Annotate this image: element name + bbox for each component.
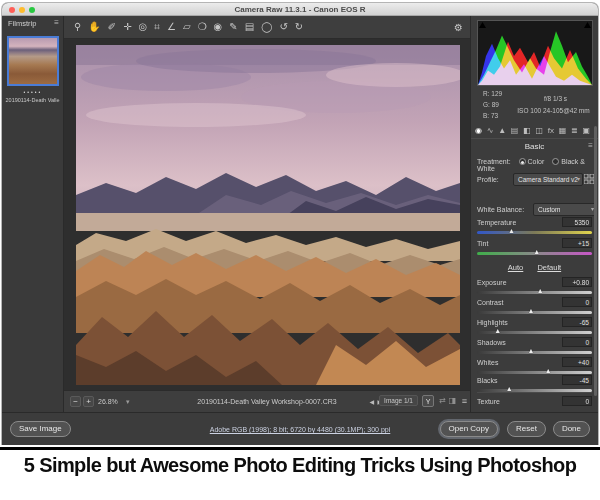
tab-lens-corrections-icon[interactable]: ◫: [535, 127, 543, 135]
rgb-red-value: R: 129: [483, 90, 502, 97]
color-radio-label[interactable]: Color: [528, 158, 545, 165]
transform-tool-icon[interactable]: ▱: [183, 22, 191, 32]
open-copy-button[interactable]: Open Copy: [440, 421, 498, 437]
filmstrip-thumbnail[interactable]: [7, 36, 59, 86]
slider-label: Shadows: [477, 339, 506, 346]
exposure-value-field[interactable]: +0.80: [562, 277, 592, 287]
thumbnail-rating[interactable]: •••••: [2, 89, 64, 95]
profile-select[interactable]: Camera Standard v2 ▾: [513, 173, 583, 186]
panel-scrollbar[interactable]: [594, 126, 597, 396]
slider-label: Blacks: [477, 377, 498, 384]
highlights-thumb[interactable]: ▲: [494, 327, 501, 334]
tab-calibration-icon[interactable]: ▦: [559, 127, 567, 135]
caption-area: 5 Simple but Awesome Photo Editing Trick…: [0, 445, 600, 500]
tab-snapshots-icon[interactable]: ▣: [582, 127, 590, 135]
tab-hsl-icon[interactable]: ▤: [511, 127, 519, 135]
rgb-green-value: G: 89: [483, 101, 499, 108]
rotate-left-tool-icon[interactable]: ↺: [279, 22, 287, 32]
caption-divider: [0, 447, 600, 450]
filmstrip-panel: Filmstrip ≡ ••••• 20190114-Death Valle: [2, 16, 64, 412]
tint-track[interactable]: ▲: [477, 252, 592, 255]
view-menu-icon[interactable]: ≡: [462, 396, 467, 406]
hand-tool-icon[interactable]: ✋: [88, 22, 100, 32]
shadows-value-field[interactable]: 0: [562, 337, 592, 347]
reset-button[interactable]: Reset: [507, 421, 546, 437]
tab-basic-icon[interactable]: ◉: [475, 127, 482, 135]
white-balance-select[interactable]: Custom ▾: [533, 203, 597, 216]
highlights-value-field[interactable]: -65: [562, 317, 592, 327]
contrast-thumb[interactable]: ▲: [528, 307, 535, 314]
whites-value-field[interactable]: +40: [562, 357, 592, 367]
camera-lens-info: ISO 100 24-105@42 mm: [511, 107, 596, 114]
zoom-tool-icon[interactable]: ⚲: [74, 22, 81, 32]
tint-value-field[interactable]: +15: [562, 238, 592, 248]
color-radio[interactable]: [519, 158, 526, 165]
filmstrip-menu-icon[interactable]: ≡: [54, 18, 59, 27]
thumbnail-filename: 20190114-Death Valle: [4, 97, 61, 103]
contrast-value-field[interactable]: 0: [562, 297, 592, 307]
contrast-track[interactable]: ▲: [477, 311, 592, 314]
exposure-thumb[interactable]: ▲: [537, 287, 544, 294]
color-sampler-tool-icon[interactable]: ✛: [123, 22, 131, 32]
filmstrip-title: Filmstrip: [8, 19, 36, 28]
tab-detail-icon[interactable]: ▲: [498, 127, 506, 135]
spot-removal-tool-icon[interactable]: ❍: [198, 22, 207, 32]
red-eye-tool-icon[interactable]: ◉: [214, 22, 223, 32]
black-white-radio[interactable]: [552, 158, 559, 165]
panel-divider: [471, 138, 598, 139]
radial-filter-tool-icon[interactable]: ◯: [261, 22, 272, 32]
slider-label: Tint: [477, 240, 488, 247]
preferences-icon[interactable]: ⚙: [454, 22, 463, 33]
crop-tool-icon[interactable]: ⌗: [154, 22, 160, 32]
temperature-value-field[interactable]: 5350: [562, 217, 592, 227]
graduated-filter-tool-icon[interactable]: ▤: [245, 22, 254, 32]
profile-browser-icon[interactable]: [584, 174, 594, 184]
rotate-right-tool-icon[interactable]: ↻: [295, 22, 303, 32]
done-button[interactable]: Done: [553, 421, 590, 437]
split-view-icon[interactable]: ◨: [448, 396, 456, 405]
basic-panel-title: Basic: [471, 142, 598, 151]
targeted-adjustment-tool-icon[interactable]: ◎: [139, 22, 148, 32]
straighten-tool-icon[interactable]: ∠: [167, 22, 176, 32]
texture-value-field[interactable]: 0: [562, 396, 592, 406]
tab-split-toning-icon[interactable]: ◧: [523, 127, 531, 135]
photo-preview[interactable]: [76, 45, 460, 385]
shadows-track[interactable]: ▲: [477, 351, 592, 354]
shadows-thumb[interactable]: ▲: [528, 347, 535, 354]
image-counter: Image 1/1: [379, 395, 418, 406]
auto-link[interactable]: Auto: [508, 263, 523, 272]
exposure-info: f/8 1/3 s: [517, 95, 594, 102]
treatment-label: Treatment:: [477, 158, 511, 165]
profile-label: Profile:: [477, 176, 499, 183]
white-balance-value: Custom: [538, 206, 560, 213]
slider-label: Exposure: [477, 279, 507, 286]
before-after-toggle[interactable]: Y: [422, 395, 434, 407]
adjustment-brush-tool-icon[interactable]: ✎: [229, 22, 237, 32]
tool-bar: ⚲ ✋ ✐ ✛ ◎ ⌗ ∠ ▱ ❍ ◉ ✎ ▤ ◯ ↺ ↻ ⚙: [64, 16, 470, 39]
exif-readout: R: 129 G: 89 B: 73 f/8 1/3 s ISO 100 24-…: [471, 88, 598, 124]
tab-effects-icon[interactable]: fx: [548, 127, 554, 135]
temperature-thumb[interactable]: ▲: [508, 227, 515, 234]
rgb-blue-value: B: 73: [483, 112, 498, 119]
title-bar: Camera Raw 11.3.1 - Canon EOS R: [2, 3, 598, 16]
highlights-track[interactable]: ▲: [477, 331, 592, 334]
whites-thumb[interactable]: ▲: [545, 367, 552, 374]
basic-panel-menu-icon[interactable]: ≡: [588, 141, 593, 150]
tint-thumb[interactable]: ▲: [533, 248, 540, 255]
white-balance-tool-icon[interactable]: ✐: [108, 22, 116, 32]
profile-value: Camera Standard v2: [518, 176, 578, 183]
tab-presets-icon[interactable]: ≣: [571, 127, 578, 135]
exposure-track[interactable]: ▲: [477, 291, 592, 294]
swap-settings-icon[interactable]: ⇄: [439, 396, 446, 405]
temperature-track[interactable]: ▲: [477, 231, 592, 234]
default-link[interactable]: Default: [537, 263, 561, 272]
blacks-thumb[interactable]: ▲: [506, 385, 513, 392]
whites-track[interactable]: ▲: [477, 371, 592, 374]
histogram: [477, 20, 593, 86]
slider-label: Temperature: [477, 219, 516, 226]
previous-image-button[interactable]: ◀: [369, 398, 374, 405]
profile-row: Profile: Camera Standard v2 ▾: [477, 176, 592, 183]
tab-tone-curve-icon[interactable]: ∿: [487, 127, 494, 135]
blacks-value-field[interactable]: -45: [562, 375, 592, 385]
profile-caret-icon: ▾: [577, 175, 580, 182]
